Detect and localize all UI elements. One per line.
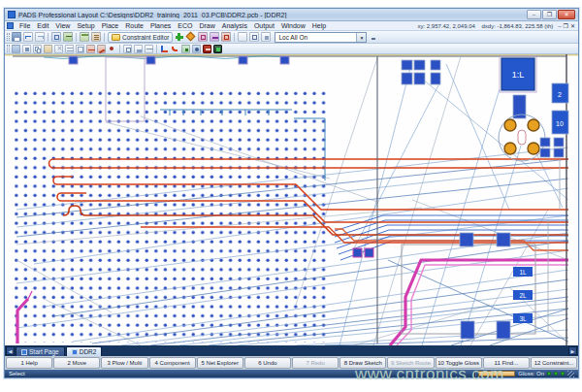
ref-1l-label: 1L [519, 269, 527, 276]
redo-icon[interactable] [35, 32, 45, 42]
toolbar2-grip[interactable] [7, 45, 10, 52]
save-icon[interactable] [12, 32, 21, 42]
gloss-status: Gloss: On [518, 371, 544, 376]
net-explorer-icon[interactable] [123, 45, 132, 53]
coordinate-readout: xy: 2,957.42, 2,049.04 dxdy: -1,864.83, … [417, 23, 553, 29]
close-button[interactable]: ✕ [558, 10, 575, 19]
ddr2-tab-icon [72, 349, 78, 355]
fkey-12-constraint[interactable]: 12 Constraint... [531, 357, 577, 369]
pan-icon[interactable] [261, 32, 271, 42]
route-mode-icon[interactable] [86, 45, 95, 53]
document-icon [7, 22, 14, 29]
stop-icon[interactable] [203, 45, 211, 53]
drc-icon[interactable] [221, 32, 231, 42]
move-mode-icon[interactable] [22, 45, 31, 53]
window-title: PADS Professional Layout C:\Designs\DDR2… [18, 12, 524, 18]
menu-view[interactable]: View [52, 21, 73, 31]
pcb-canvas[interactable]: 1:L 2 10 [5, 54, 578, 345]
mdi-minimize-icon[interactable]: – [558, 22, 561, 30]
page: www.cntronics.com PADS Professional Layo… [0, 0, 582, 392]
ref-3l-label: 3L [519, 315, 527, 322]
group-icon[interactable] [76, 45, 84, 53]
tune-icon[interactable] [210, 32, 219, 42]
resize-grip[interactable] [567, 371, 574, 377]
menu-route[interactable]: Route [122, 21, 146, 31]
drc-led-2 [554, 372, 558, 376]
teardrop-icon[interactable] [181, 45, 190, 53]
menu-place[interactable]: Place [99, 21, 122, 31]
copy-icon[interactable] [33, 45, 42, 53]
measure-icon[interactable] [145, 45, 153, 53]
menu-file[interactable]: File [16, 21, 33, 31]
folder-icon [112, 34, 120, 41]
tab-ddr2[interactable]: DDR2 [66, 346, 103, 356]
secondary-toolbar [5, 44, 578, 54]
plow-icon[interactable] [97, 45, 106, 53]
ddr2-tab-label: DDR2 [80, 348, 97, 355]
display-scheme-combobox[interactable]: Loc All On ▼ [275, 32, 367, 43]
app-window: PADS Professional Layout C:\Designs\DDR2… [4, 8, 579, 378]
title-bar: PADS Professional Layout C:\Designs\DDR2… [5, 9, 578, 21]
menu-edit[interactable]: Edit [34, 21, 51, 31]
zoom-fit-icon[interactable] [249, 32, 259, 42]
fkey-1-help[interactable]: 1 Help [6, 357, 52, 369]
highlight-diamond-icon[interactable] [186, 32, 196, 42]
fkey-2-move[interactable]: 2 Move [53, 357, 100, 369]
report-icon[interactable] [91, 32, 101, 42]
status-mode: Select [9, 371, 25, 376]
mdi-restore-icon[interactable]: ❐ [564, 22, 568, 30]
ref-2l-label: 2L [519, 292, 527, 299]
layers-icon[interactable] [63, 32, 73, 42]
paste-icon[interactable] [44, 45, 52, 53]
display-control-icon[interactable] [51, 32, 61, 42]
restore-button[interactable]: ❐ [542, 10, 557, 19]
app-icon [8, 11, 16, 18]
mdi-close-icon[interactable]: ✕ [570, 22, 575, 30]
menu-setup[interactable]: Setup [74, 21, 97, 31]
sketch-router-icon[interactable] [160, 45, 169, 53]
pcb-drawing[interactable]: 1:L 2 10 [5, 54, 578, 345]
document-tab-bar: ◀ Start Page DDR2 ▶ [5, 345, 578, 356]
undo-icon[interactable] [23, 32, 33, 42]
constraint-editor-button[interactable]: Constraint Editor [108, 32, 173, 43]
net-view-icon[interactable] [198, 32, 208, 42]
component-u-big-label: 1:L [512, 70, 525, 80]
select-mode-icon[interactable] [12, 45, 20, 53]
menu-planes[interactable]: Planes [147, 21, 174, 31]
component-explorer-icon[interactable] [134, 45, 143, 53]
constraint-editor-label: Constraint Editor [122, 34, 169, 41]
delete-icon[interactable] [54, 45, 63, 53]
menu-eco[interactable]: ECO [175, 21, 195, 31]
fkey-3-plow[interactable]: 3 Plow / Multi [101, 357, 147, 369]
tab-start-page[interactable]: Start Page [16, 346, 65, 356]
zoom-window-icon[interactable] [238, 32, 247, 42]
fkey-5-net-explorer[interactable]: 5 Net Explorer [197, 357, 243, 369]
pin-2-label: 2 [558, 91, 562, 98]
fkey-4-component[interactable]: 4 Component [149, 357, 196, 369]
drc-led-1 [547, 372, 551, 376]
chevron-down-icon[interactable]: ▼ [356, 33, 366, 42]
watermark: www.cntronics.com [355, 365, 504, 384]
display-scheme-value: Loc All On [275, 34, 356, 41]
editor-window-icon[interactable] [80, 32, 89, 42]
fkey-6-undo[interactable]: 6 Undo [244, 357, 291, 369]
menu-output[interactable]: Output [251, 21, 277, 31]
toolbar-grip[interactable] [7, 33, 10, 41]
menu-analysis[interactable]: Analysis [219, 21, 250, 31]
menu-help[interactable]: Help [309, 21, 329, 31]
hug-trace-icon[interactable] [171, 45, 179, 53]
online-drc-icon[interactable] [213, 45, 222, 53]
pin-10-label: 10 [556, 120, 564, 127]
align-icon[interactable] [65, 45, 74, 53]
toolbar-overflow-icon[interactable] [369, 32, 378, 42]
menu-draw[interactable]: Draw [196, 21, 217, 31]
tab-scroll-right-icon[interactable]: ▶ [568, 346, 577, 355]
tab-scroll-left-icon[interactable]: ◀ [6, 346, 15, 355]
minimize-button[interactable]: – [527, 10, 541, 19]
start-page-tab-label: Start Page [29, 348, 59, 355]
via-icon[interactable] [108, 45, 116, 53]
menu-window[interactable]: Window [278, 21, 308, 31]
main-toolbar: Constraint Editor Loc All On ▼ [5, 31, 578, 44]
gloss-icon[interactable] [192, 45, 201, 53]
add-green-icon[interactable] [175, 32, 184, 42]
